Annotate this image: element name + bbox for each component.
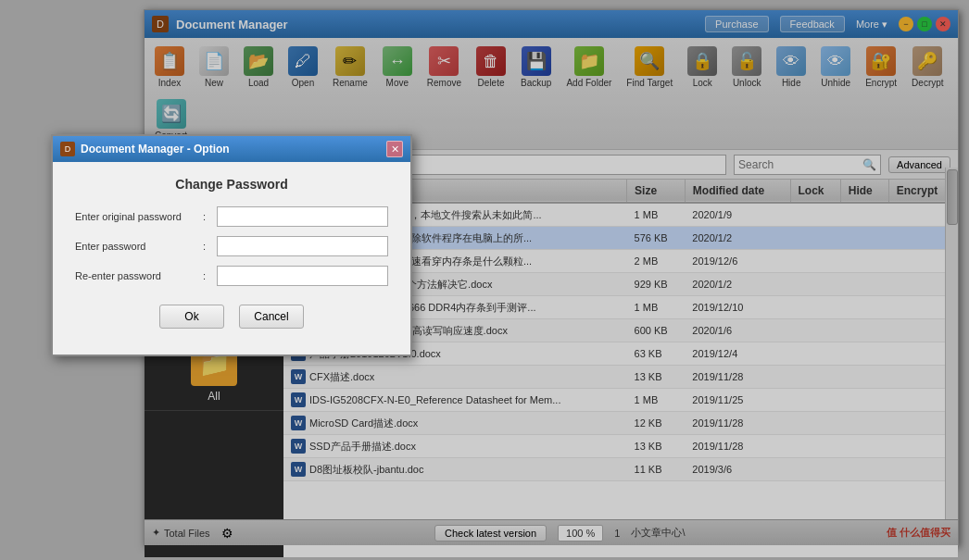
orig-colon: : xyxy=(203,211,206,222)
new-password-label: Enter password xyxy=(75,241,195,252)
orig-password-input[interactable] xyxy=(217,206,388,227)
form-row-repass: Re-enter password : xyxy=(75,266,388,286)
dialog-title-text: Document Manager - Option xyxy=(81,143,230,156)
dialog-title-bar: D Document Manager - Option ✕ xyxy=(53,136,410,162)
dialog-buttons: Ok Cancel xyxy=(75,305,388,329)
new-password-input[interactable] xyxy=(217,236,388,256)
reenter-password-input[interactable] xyxy=(217,266,388,286)
form-row-orig: Enter original password : xyxy=(75,206,388,227)
cancel-button[interactable]: Cancel xyxy=(239,305,304,329)
dialog-app-icon: D xyxy=(60,142,75,156)
orig-password-label: Enter original password xyxy=(75,211,195,222)
dialog-close-button[interactable]: ✕ xyxy=(386,141,403,157)
ok-button[interactable]: Ok xyxy=(159,305,224,329)
dialog-heading: Change Password xyxy=(75,177,388,192)
reenter-password-label: Re-enter password xyxy=(75,270,195,281)
dialog-title-left: D Document Manager - Option xyxy=(60,142,230,156)
dialog-content: Change Password Enter original password … xyxy=(53,162,410,343)
pass-colon: : xyxy=(203,241,206,252)
repass-colon: : xyxy=(203,270,206,281)
form-row-pass: Enter password : xyxy=(75,236,388,256)
change-password-dialog: D Document Manager - Option ✕ Change Pas… xyxy=(51,134,412,356)
